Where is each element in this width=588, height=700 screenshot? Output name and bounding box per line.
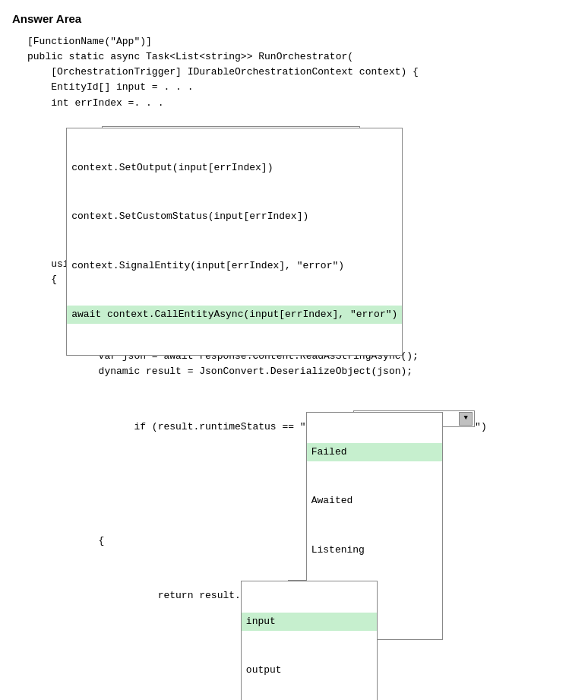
dropdown-2-container[interactable]: ▼ Failed Awaited Listening Completed <box>306 395 475 458</box>
dropdown-3-option-1[interactable]: input <box>242 613 377 631</box>
code-line-13: dynamic result = JsonConvert.Deserialize… <box>27 364 576 379</box>
page-title: Answer Area <box>12 12 576 25</box>
dropdown-1-container[interactable]: ▼ context.SetOutput(input[errIndex]) con… <box>66 111 360 173</box>
code-line-3: [OrchestrationTrigger] IDurableOrchestra… <box>27 65 576 80</box>
dropdown-3-popup: input output runtimeStatus customStatus <box>241 581 378 700</box>
dropdown-2-option-3[interactable]: Listening <box>307 541 442 559</box>
code-block: [FunctionName("App")] public static asyn… <box>12 34 576 700</box>
code-line-16: return result. ▼ input output runtimeSta… <box>27 549 576 642</box>
code-line-4: EntityId[] input = . . . <box>27 80 576 95</box>
code-line-5: int errIndex =. . . ▼ context.SetOutput(… <box>27 96 576 189</box>
answer-area: Answer Area [FunctionName("App")] public… <box>12 12 576 700</box>
dropdown-1-option-4[interactable]: await context.CallEntityAsync(input[errI… <box>67 306 402 324</box>
dropdown-1-popup: context.SetOutput(input[errIndex]) conte… <box>66 128 403 356</box>
code-line-15: { <box>27 534 576 549</box>
dropdown-3-option-2[interactable]: output <box>242 661 377 679</box>
code-line-2: public static async Task<List<string>> R… <box>27 49 576 65</box>
dropdown-2-option-2[interactable]: Awaited <box>307 492 442 510</box>
code-line-14: if (result.runtimeStatus == " ▼ Failed A… <box>27 379 576 473</box>
dropdown-1-option-2[interactable]: context.SetCustomStatus(input[errIndex]) <box>67 207 402 226</box>
dropdown-2-arrow[interactable]: ▼ <box>459 412 473 426</box>
dropdown-1-option-1[interactable]: context.SetOutput(input[errIndex]) <box>67 159 402 177</box>
dropdown-2-option-1[interactable]: Failed <box>307 443 442 461</box>
dropdown-1-option-3[interactable]: context.SignalEntity(input[errIndex], "e… <box>67 257 402 275</box>
code-line-1: [FunctionName("App")] <box>27 34 576 49</box>
